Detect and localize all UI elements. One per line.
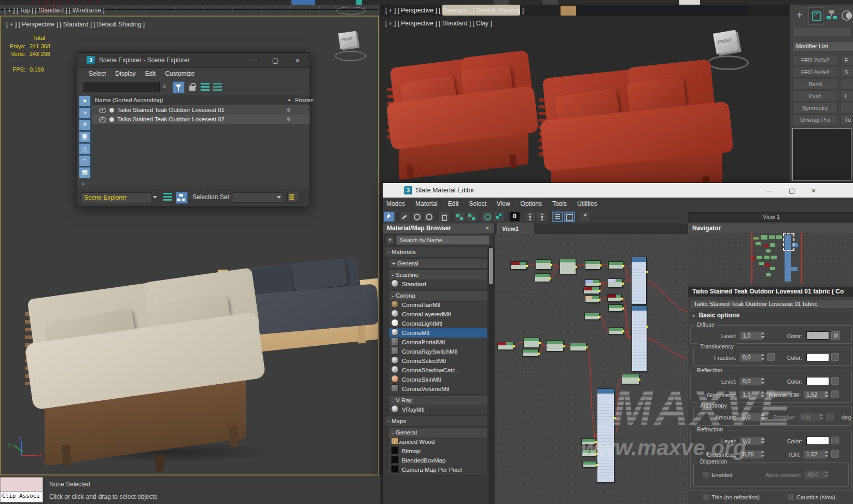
caustics-label[interactable]: Caustics (slow)	[796, 494, 835, 500]
edit-selection-set-icon[interactable]	[287, 192, 298, 203]
se-menu-display[interactable]: Display	[115, 70, 135, 77]
material-node[interactable]	[608, 261, 623, 269]
minimize-icon[interactable]: —	[764, 187, 774, 194]
material-item-standard[interactable]: Standard	[389, 279, 487, 289]
material-param-header[interactable]: Taiko Stained Teak Outdoor Loveseat 01 f…	[688, 287, 853, 297]
cameras-filter-icon[interactable]: ▣	[79, 131, 91, 143]
maxscript-listener-line[interactable]: Clip Associ	[0, 491, 43, 502]
thin-refraction-label[interactable]: Thin (no refraction)	[711, 494, 760, 500]
refraction-color-swatch[interactable]	[806, 437, 829, 445]
modifier-button-cut[interactable]: S	[840, 67, 853, 78]
material-item-advanced-wood[interactable]: Advanced Wood	[389, 437, 487, 447]
move-children-icon[interactable]	[454, 212, 465, 222]
tree-section--corona[interactable]: - Corona	[389, 291, 487, 301]
visibility-eye-icon[interactable]	[99, 117, 106, 122]
reflection-color-map-button[interactable]	[831, 377, 839, 385]
modifier-button-unwrap-pro[interactable]: Unwrap Pro	[792, 115, 838, 125]
navigator-header[interactable]: Navigator	[688, 223, 853, 233]
browser-scrollbar[interactable]	[488, 246, 494, 504]
tree-section--v-ray[interactable]: - V-Ray	[389, 396, 487, 405]
tree-section--scanline[interactable]: - Scanline	[389, 270, 487, 280]
table-row[interactable]: Taiko Stained Teak Outdoor Loveseat 01❄	[92, 105, 310, 115]
material-map-browser-toggle-icon[interactable]	[552, 212, 563, 222]
maxscript-mini-listener[interactable]	[0, 477, 43, 492]
select-tool-icon[interactable]	[384, 212, 395, 222]
minimize-icon[interactable]: —	[248, 57, 258, 64]
tree-section--general[interactable]: + General	[389, 259, 487, 269]
se-hierarchy-mode-icon[interactable]	[176, 192, 188, 204]
frozen-snowflake-icon[interactable]: ❄	[286, 105, 291, 115]
viewport-label[interactable]: [ + ] [ Perspective ] [ Standard ] [ Cla…	[385, 20, 492, 27]
navigator-minimap[interactable]	[688, 233, 853, 284]
object-name[interactable]: Taiko Stained Teak Outdoor Loveseat 02	[117, 116, 225, 122]
material-node[interactable]	[609, 327, 623, 334]
material-node[interactable]	[536, 259, 551, 270]
se-expand-tree-icon[interactable]	[201, 83, 209, 91]
helpers-filter-icon[interactable]: △	[79, 143, 91, 155]
create-tab[interactable]: +	[793, 8, 806, 23]
slate-menu-select[interactable]: Select	[469, 200, 486, 207]
show-background-icon[interactable]	[482, 212, 493, 222]
dispersion-enabled-checkbox[interactable]	[703, 471, 709, 478]
toolbar-icon[interactable]	[679, 0, 700, 5]
material-node[interactable]	[582, 461, 597, 468]
scene-explorer-titlebar[interactable]: 3 Scene Explorer - Scene Explorer — ▢ ×	[77, 53, 310, 68]
selectable-dot-icon[interactable]	[109, 108, 114, 113]
material-node[interactable]	[608, 278, 623, 288]
se-lock-icon[interactable]	[188, 82, 197, 92]
get-material-icon[interactable]	[411, 212, 422, 222]
material-item-blendedboxmap[interactable]: BlendedBoxMap	[389, 456, 487, 466]
se-sidebar-overflow[interactable]: »	[81, 180, 85, 187]
material-item-bitmap[interactable]: Bitmap	[389, 446, 487, 456]
slate-menu-tools[interactable]: Tools	[552, 200, 567, 207]
layout-all-icon[interactable]	[537, 212, 548, 222]
toolbar-icon[interactable]	[494, 0, 509, 5]
viewcube[interactable]: FRONT	[331, 28, 368, 64]
translucency-color-swatch[interactable]	[806, 353, 829, 361]
modifier-button-cut[interactable]: F	[840, 55, 853, 66]
se-menu-edit[interactable]: Edit	[145, 70, 156, 77]
dispersion-enabled-label[interactable]: Enabled	[711, 472, 732, 478]
layout-vertical-icon[interactable]	[525, 212, 536, 222]
se-search-input[interactable]	[83, 82, 160, 92]
fresnel-ior-map-button[interactable]	[831, 390, 839, 398]
se-filter-icon[interactable]	[173, 81, 185, 93]
toolbar-icon[interactable]	[542, 0, 558, 5]
material-node[interactable]	[584, 313, 599, 320]
slate-menu-edit[interactable]: Edit	[448, 200, 459, 207]
view-selector-bar[interactable]: View 1	[688, 212, 853, 222]
visibility-eye-icon[interactable]	[99, 108, 106, 113]
translucency-color-map-button[interactable]	[831, 353, 839, 361]
groups-filter-icon[interactable]: ▦	[79, 167, 91, 178]
material-item-coronaportalmtl[interactable]: CoronaPortalMtl	[389, 338, 487, 347]
shapes-filter-icon[interactable]: ◑	[79, 107, 91, 119]
refraction-ior-map-button[interactable]	[831, 450, 839, 458]
slate-menu-options[interactable]: Options	[521, 200, 542, 207]
refraction-color-map-button[interactable]	[831, 437, 839, 444]
modifier-button-cut[interactable]: I	[840, 91, 853, 102]
spacewarps-filter-icon[interactable]: ≈	[79, 155, 91, 166]
object-name[interactable]: Taiko Stained Teak Outdoor Loveseat 01	[117, 107, 225, 113]
se-column-name[interactable]: Name (Sorted Ascending)	[95, 97, 163, 103]
se-menu-customize[interactable]: Customize	[165, 70, 194, 77]
toolbar-icon[interactable]	[356, 0, 362, 5]
fraction-field[interactable]: 0,0	[739, 353, 763, 362]
material-node[interactable]	[546, 340, 564, 352]
refraction-ior-field[interactable]: 1,52	[803, 450, 827, 459]
hierarchy-tab[interactable]	[826, 9, 838, 22]
table-row[interactable]: Taiko Stained Teak Outdoor Loveseat 02❄	[92, 115, 310, 124]
se-list-header[interactable]: Name (Sorted Ascending) ▲ Frozen	[92, 95, 310, 106]
diffuse-level-field[interactable]: 1,0	[739, 331, 763, 340]
selection-set-arrow-icon[interactable]	[277, 196, 281, 199]
slate-menu-utilities[interactable]: Utilities	[577, 200, 597, 207]
se-view-selector-arrow-icon[interactable]	[153, 196, 157, 199]
modifier-list-dropdown[interactable]: Modifier List	[792, 41, 853, 51]
material-item-coronahairmtl[interactable]: CoronaHairMtl	[389, 300, 487, 310]
navigator-view-rect[interactable]	[783, 233, 794, 251]
scene-explorer-window[interactable]: 3 Scene Explorer - Scene Explorer — ▢ × …	[77, 52, 310, 206]
hide-unused-nodeslots-icon[interactable]	[466, 212, 477, 222]
viewcube[interactable]: FRONT	[704, 29, 751, 73]
modifier-button-ffd-2x2x2[interactable]: FFD 2x2x2	[792, 55, 838, 66]
material-item-coronalayeredmtl[interactable]: CoronaLayeredMtl	[389, 310, 487, 319]
se-layers-icon[interactable]	[163, 193, 172, 201]
